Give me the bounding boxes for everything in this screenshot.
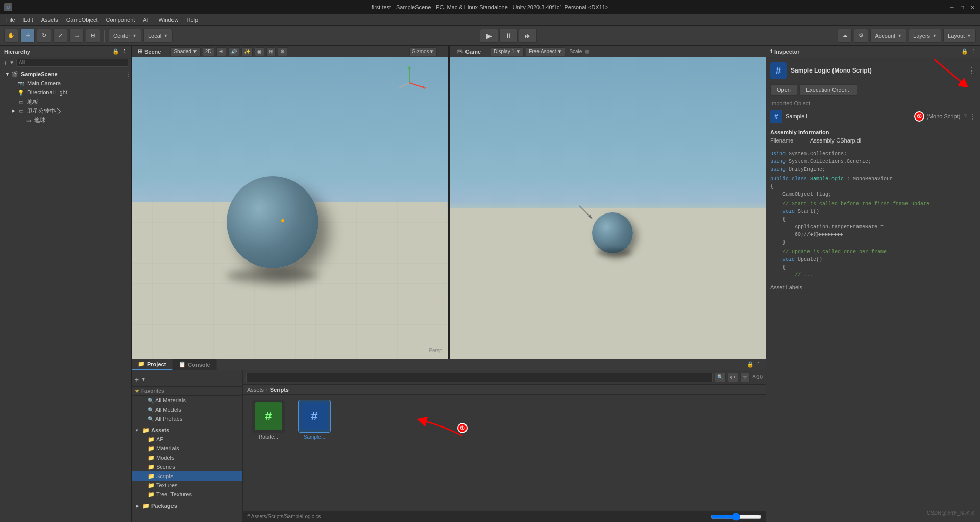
scene-sphere xyxy=(227,176,318,268)
scene-panel-menu-icon[interactable]: ⋮ xyxy=(442,48,448,55)
scene-hide-toggle[interactable]: ◉ xyxy=(255,47,264,56)
imported-info-icon[interactable]: ? xyxy=(963,113,967,120)
hierarchy-item-directional-light[interactable]: 💡 Directional Light xyxy=(0,88,131,97)
menu-file[interactable]: File xyxy=(2,16,19,24)
shading-dropdown[interactable]: Shaded ▼ xyxy=(170,47,200,56)
filter-button[interactable]: 🏷 xyxy=(728,373,738,382)
menu-gameobject[interactable]: GameObject xyxy=(62,16,102,24)
minimize-button[interactable]: ─ xyxy=(948,4,955,11)
scene-grid-toggle[interactable]: ⊞ xyxy=(266,47,276,56)
hierarchy-item-floor[interactable]: ▭ 地板 xyxy=(0,97,131,106)
menu-component[interactable]: Component xyxy=(102,16,139,24)
tool-rotate[interactable]: ↻ xyxy=(37,29,51,43)
collab-button[interactable]: ☁ xyxy=(838,29,852,43)
play-button[interactable]: ▶ xyxy=(480,29,498,43)
bottom-tabs: 📁 Project 📋 Console 🔒 ⋮ xyxy=(132,359,766,370)
hierarchy-search[interactable] xyxy=(16,59,128,67)
sidebar-folder-tree-textures[interactable]: 📁 Tree_Textures xyxy=(132,490,242,499)
imported-menu-icon[interactable]: ⋮ xyxy=(970,113,976,120)
file-item-rotate[interactable]: # Rotate... xyxy=(248,400,289,440)
open-button[interactable]: Open xyxy=(770,84,797,96)
favorite-button[interactable]: ☆ xyxy=(740,373,750,382)
console-tab-label: Console xyxy=(188,362,210,368)
scene-game-row: ⊞ Scene Shaded ▼ 2D ☀ 🔊 ✨ ◉ ⊞ xyxy=(132,46,766,359)
bottom-lock-icon[interactable]: 🔒 xyxy=(747,361,754,368)
hierarchy-lock-icon[interactable]: 🔒 xyxy=(112,48,119,55)
scene-audio-toggle[interactable]: 🔊 xyxy=(228,47,239,56)
menu-assets[interactable]: Assets xyxy=(37,16,62,24)
sidebar-all-models[interactable]: 🔍 All Models xyxy=(132,405,242,414)
pause-button[interactable]: ⏸ xyxy=(499,29,518,43)
cloud-button[interactable]: ⚙ xyxy=(854,29,868,43)
bottom-menu-icon[interactable]: ⋮ xyxy=(756,361,762,368)
execution-order-button[interactable]: Execution Order... xyxy=(799,84,857,96)
hierarchy-menu-icon[interactable]: ⋮ xyxy=(121,48,127,55)
game-tab[interactable]: 🎮 Game xyxy=(450,46,488,57)
project-search-input[interactable] xyxy=(246,373,713,382)
sidebar-assets-root[interactable]: ▾ 📁 Assets xyxy=(132,425,242,435)
sidebar-folder-textures[interactable]: 📁 Textures xyxy=(132,481,242,490)
step-button[interactable]: ⏭ xyxy=(519,29,537,43)
hierarchy-item-samplescene[interactable]: ▾ 🎬 SampleScene ⋮ xyxy=(0,69,131,79)
sidebar-folder-scripts[interactable]: 📁 Scripts xyxy=(132,471,242,481)
hierarchy-item-earth[interactable]: ▭ 地球 xyxy=(0,115,131,125)
inspector-menu-icon[interactable]: ⋮ xyxy=(970,48,976,55)
pivot-dropdown[interactable]: Center ▼ xyxy=(109,29,141,43)
file-item-sample[interactable]: # Sample... xyxy=(294,400,335,440)
search-button[interactable]: 🔍 xyxy=(715,373,726,382)
assembly-section: Assembly Information Filename Assembly-C… xyxy=(766,127,980,148)
display-dropdown[interactable]: Display 1 ▼ xyxy=(491,47,524,56)
scene-tab[interactable]: ⊞ Scene xyxy=(132,46,167,57)
gizmos-dropdown[interactable]: Gizmos ▼ xyxy=(409,47,437,56)
sidebar-folder-materials[interactable]: 📁 Materials xyxy=(132,444,242,453)
sidebar-packages-root[interactable]: ▶ 📁 Packages xyxy=(132,501,242,510)
close-button[interactable]: ✕ xyxy=(969,4,976,11)
toolbar-separator-1 xyxy=(104,30,105,42)
hierarchy-item-satellite-center[interactable]: ▶ ▭ 卫星公转中心 xyxy=(0,106,131,115)
tool-rect[interactable]: ▭ xyxy=(69,29,84,43)
scene-light-toggle[interactable]: ☀ xyxy=(216,47,226,56)
hierarchy-item-main-camera[interactable]: 📷 Main Camera xyxy=(0,79,131,88)
inspector-header-controls: 🔒 ⋮ xyxy=(961,48,976,55)
tool-custom[interactable]: ⊞ xyxy=(86,29,100,43)
inspector-buttons: Open Execution Order... xyxy=(766,82,980,98)
menu-af[interactable]: AF xyxy=(139,16,154,24)
game-panel-menu-icon[interactable]: ⋮ xyxy=(760,48,766,55)
space-arrow-icon: ▼ xyxy=(163,33,168,38)
scene-options-icon[interactable]: ⋮ xyxy=(126,72,131,77)
menu-help[interactable]: Help xyxy=(183,16,203,24)
project-add-button[interactable]: + xyxy=(135,375,139,384)
tool-move[interactable]: ✛ xyxy=(20,29,35,43)
tool-hand[interactable]: ✋ xyxy=(4,29,18,43)
layers-dropdown[interactable]: Layers ▼ xyxy=(909,29,941,43)
zoom-slider[interactable] xyxy=(710,514,762,519)
sidebar-all-materials[interactable]: 🔍 All Materials xyxy=(132,396,242,405)
scene-snap-settings[interactable]: ⚙ xyxy=(278,47,287,56)
scene-panel-header: ⊞ Scene Shaded ▼ 2D ☀ 🔊 ✨ ◉ ⊞ xyxy=(132,46,448,57)
scene-effects-toggle[interactable]: ✨ xyxy=(241,47,253,56)
inspector-lock-icon[interactable]: 🔒 xyxy=(961,48,968,55)
menu-edit[interactable]: Edit xyxy=(19,16,37,24)
persp-label: Persp xyxy=(429,348,442,353)
inspector-header: ℹ Inspector 🔒 ⋮ xyxy=(766,46,980,57)
sidebar-folder-scenes[interactable]: 📁 Scenes xyxy=(132,462,242,471)
aspect-dropdown[interactable]: Free Aspect ▼ xyxy=(526,47,565,56)
console-tab[interactable]: 📋 Console xyxy=(173,359,216,370)
tool-scale[interactable]: ⤢ xyxy=(53,29,67,43)
light-icon: 💡 xyxy=(17,89,24,96)
bottom-content: + ▼ ★ Favorites 🔍 All Materials xyxy=(132,370,766,522)
sidebar-folder-models[interactable]: 📁 Models xyxy=(132,453,242,462)
space-dropdown[interactable]: Local ▼ xyxy=(143,29,173,43)
play-controls: ▶ ⏸ ⏭ xyxy=(480,29,537,43)
menu-window[interactable]: Window xyxy=(154,16,182,24)
layout-dropdown[interactable]: Layout ▼ xyxy=(943,29,976,43)
account-dropdown[interactable]: Account ▼ xyxy=(870,29,906,43)
void-keyword-1: void xyxy=(782,209,795,215)
sidebar-all-prefabs[interactable]: 🔍 All Prefabs xyxy=(132,414,242,423)
2d-toggle[interactable]: 2D xyxy=(203,47,214,56)
maximize-button[interactable]: □ xyxy=(959,4,966,11)
inspector-script-menu-icon[interactable]: ⋮ xyxy=(968,66,976,76)
sidebar-folder-af[interactable]: 📁 AF xyxy=(132,435,242,444)
hierarchy-add-button[interactable]: + xyxy=(3,59,7,67)
project-tab[interactable]: 📁 Project xyxy=(132,359,173,370)
